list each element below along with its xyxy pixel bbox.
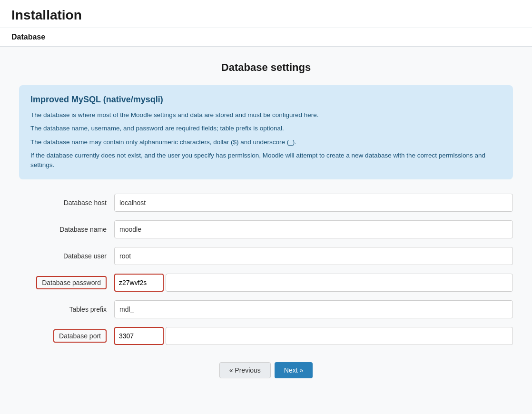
db-port-label-area: Database port (19, 329, 114, 343)
db-name-label-area: Database name (19, 226, 114, 233)
db-host-label: Database host (64, 199, 107, 207)
info-box-line-2: The database name, username, and passwor… (30, 124, 502, 133)
info-box-line-1: The database is where most of the Moodle… (30, 110, 502, 120)
db-port-label: Database port (53, 329, 107, 343)
footer-buttons: « Previous Next » (19, 362, 513, 397)
section-header: Database (0, 28, 532, 47)
db-port-input[interactable] (115, 328, 163, 344)
db-user-row: Database user (19, 247, 513, 265)
info-box: Improved MySQL (native/mysqli) The datab… (19, 85, 513, 179)
tables-prefix-label-area: Tables prefix (19, 306, 114, 313)
db-user-label-area: Database user (19, 252, 114, 260)
db-name-row: Database name (19, 220, 513, 238)
tables-prefix-label: Tables prefix (69, 306, 107, 313)
db-password-input[interactable] (115, 275, 163, 291)
db-port-highlight-box (114, 327, 164, 345)
section-title: Database (11, 33, 45, 41)
info-box-heading: Improved MySQL (native/mysqli) (30, 95, 502, 105)
db-port-input-rest[interactable] (166, 327, 513, 345)
db-port-row: Database port (19, 327, 513, 345)
page-header: Installation (0, 0, 532, 28)
db-host-row: Database host (19, 194, 513, 212)
db-password-row: Database password (19, 274, 513, 292)
db-password-input-rest[interactable] (166, 274, 513, 292)
db-name-input[interactable] (114, 220, 513, 238)
form-heading: Database settings (19, 61, 513, 74)
db-user-input[interactable] (114, 247, 513, 265)
info-box-line-4: If the database currently does not exist… (30, 151, 502, 170)
main-content: Database settings Improved MySQL (native… (0, 47, 532, 412)
db-user-label: Database user (63, 252, 107, 260)
db-host-input[interactable] (114, 194, 513, 212)
next-button[interactable]: Next » (275, 362, 313, 378)
db-host-label-area: Database host (19, 199, 114, 207)
tables-prefix-input[interactable] (114, 300, 513, 318)
info-box-line-3: The database name may contain only alpha… (30, 138, 502, 147)
db-password-label-area: Database password (19, 276, 114, 289)
page-title: Installation (11, 8, 521, 23)
previous-button[interactable]: « Previous (219, 362, 271, 378)
db-password-label: Database password (36, 276, 107, 289)
db-name-label: Database name (59, 226, 107, 233)
tables-prefix-row: Tables prefix (19, 300, 513, 318)
db-password-highlight-box (114, 274, 164, 292)
